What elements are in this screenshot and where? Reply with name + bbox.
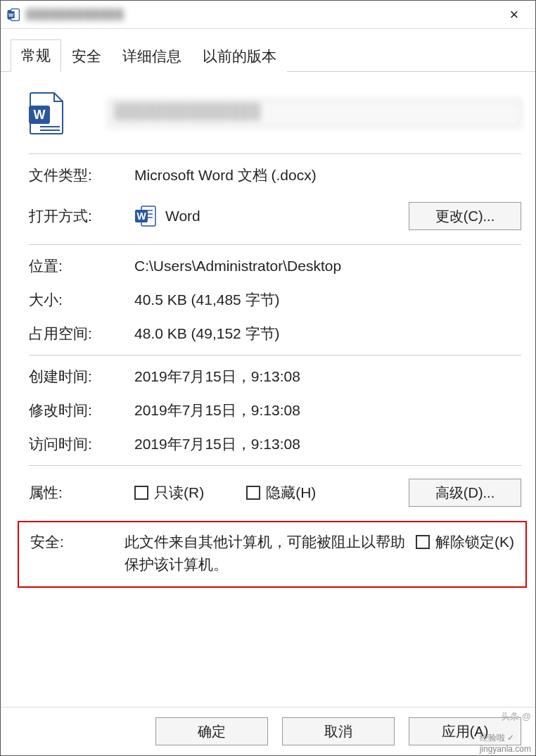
modified-label: 修改时间: <box>29 401 134 420</box>
tab-content-general: W ██████████████ 文件类型: Microsoft Word 文档… <box>1 72 535 707</box>
close-icon: × <box>510 6 519 24</box>
accessed-value: 2019年7月15日，9:13:08 <box>134 434 521 454</box>
word-app-icon: W <box>134 205 157 227</box>
advanced-button[interactable]: 高级(D)... <box>409 479 521 507</box>
divider <box>29 153 521 154</box>
window-title: ████████████ <box>26 8 493 20</box>
created-label: 创建时间: <box>29 367 134 386</box>
file-type-label: 文件类型: <box>29 165 134 185</box>
change-button[interactable]: 更改(C)... <box>409 202 521 230</box>
security-zone-box: 安全: 此文件来自其他计算机，可能被阻止以帮助保护该计算机。 解除锁定(K) <box>18 521 527 588</box>
readonly-checkbox[interactable] <box>134 486 148 500</box>
size-value: 40.5 KB (41,485 字节) <box>134 290 521 310</box>
readonly-label: 只读(R) <box>154 483 204 503</box>
file-name-input[interactable]: ██████████████ <box>108 99 521 127</box>
ok-button[interactable]: 确定 <box>155 717 268 745</box>
svg-text:W: W <box>34 108 46 122</box>
divider <box>29 355 521 355</box>
cancel-button[interactable]: 取消 <box>282 717 395 745</box>
file-type-value: Microsoft Word 文档 (.docx) <box>134 165 521 185</box>
tab-general[interactable]: 常规 <box>11 39 61 72</box>
tab-previous[interactable]: 以前的版本 <box>192 40 287 72</box>
divider <box>29 465 521 466</box>
open-with-app: Word <box>165 208 200 225</box>
disk-size-label: 占用空间: <box>29 324 134 344</box>
tab-details[interactable]: 详细信息 <box>112 40 192 72</box>
location-value: C:\Users\Administrator\Desktop <box>134 258 521 275</box>
size-label: 大小: <box>29 290 134 310</box>
attributes-label: 属性: <box>29 483 134 503</box>
word-doc-icon: W <box>6 8 20 22</box>
disk-size-value: 48.0 KB (49,152 字节) <box>134 324 521 344</box>
titlebar: W ████████████ × <box>1 1 535 29</box>
tab-strip: 常规 安全 详细信息 以前的版本 <box>1 29 535 72</box>
hidden-label: 隐藏(H) <box>266 483 316 503</box>
open-with-label: 打开方式: <box>29 206 134 226</box>
svg-text:W: W <box>136 210 146 222</box>
security-label: 安全: <box>30 531 125 552</box>
apply-button[interactable]: 应用(A) <box>409 717 521 745</box>
dialog-button-bar: 确定 取消 应用(A) 头条 @ 经验啦 ✓ jingyanla.com <box>1 707 535 755</box>
svg-text:W: W <box>8 11 14 18</box>
created-value: 2019年7月15日，9:13:08 <box>134 367 521 386</box>
unblock-checkbox[interactable] <box>416 535 430 549</box>
file-type-icon: W <box>29 92 65 135</box>
unblock-label: 解除锁定(K) <box>435 532 514 552</box>
security-message: 此文件来自其他计算机，可能被阻止以帮助保护该计算机。 <box>125 531 416 575</box>
divider <box>29 244 521 245</box>
properties-dialog: W ████████████ × 常规 安全 详细信息 以前的版本 W <box>0 0 536 756</box>
location-label: 位置: <box>29 256 134 276</box>
tab-security[interactable]: 安全 <box>61 40 112 72</box>
close-button[interactable]: × <box>493 1 535 29</box>
accessed-label: 访问时间: <box>29 434 134 454</box>
hidden-checkbox[interactable] <box>246 486 260 500</box>
modified-value: 2019年7月15日，9:13:08 <box>134 401 521 420</box>
